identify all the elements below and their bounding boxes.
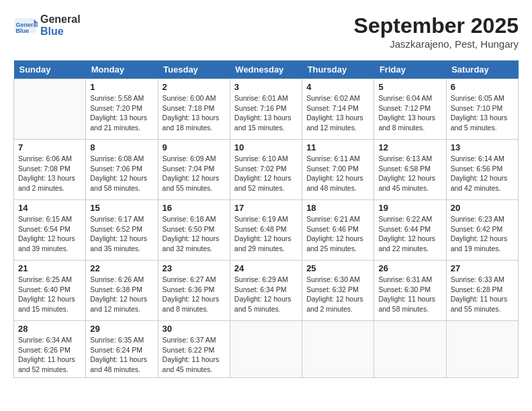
day-number: 7 [18,142,81,152]
calendar-cell: 15Sunrise: 6:17 AM Sunset: 6:52 PM Dayli… [86,200,158,261]
day-number: 1 [90,82,153,92]
calendar-cell [374,321,446,378]
calendar-cell: 7Sunrise: 6:06 AM Sunset: 7:08 PM Daylig… [14,140,86,200]
day-info: Sunrise: 6:15 AM Sunset: 6:54 PM Dayligh… [18,214,81,254]
day-number: 28 [18,324,81,334]
weekday-header: Saturday [446,60,518,79]
weekday-header: Monday [86,60,158,79]
day-number: 26 [378,263,441,273]
day-number: 4 [306,82,369,92]
title-block: September 2025 Jaszkarajeno, Pest, Hunga… [354,13,519,50]
weekday-header: Friday [374,60,446,79]
day-number: 24 [234,263,298,273]
day-number: 10 [234,142,298,152]
day-number: 5 [378,82,441,92]
calendar-cell: 25Sunrise: 6:30 AM Sunset: 6:32 PM Dayli… [302,261,374,321]
day-info: Sunrise: 6:01 AM Sunset: 7:16 PM Dayligh… [234,93,298,133]
day-info: Sunrise: 6:25 AM Sunset: 6:40 PM Dayligh… [18,275,81,314]
day-number: 21 [18,263,81,273]
calendar-cell: 24Sunrise: 6:29 AM Sunset: 6:34 PM Dayli… [230,261,302,321]
day-info: Sunrise: 6:14 AM Sunset: 6:56 PM Dayligh… [451,154,514,193]
day-info: Sunrise: 6:00 AM Sunset: 7:18 PM Dayligh… [163,93,226,133]
day-info: Sunrise: 6:35 AM Sunset: 6:24 PM Dayligh… [90,335,153,375]
calendar-cell: 28Sunrise: 6:34 AM Sunset: 6:26 PM Dayli… [14,321,86,378]
calendar-cell: 20Sunrise: 6:23 AM Sunset: 6:42 PM Dayli… [446,200,518,261]
calendar-cell: 18Sunrise: 6:21 AM Sunset: 6:46 PM Dayli… [302,200,374,261]
day-number: 15 [90,203,153,213]
calendar-cell: 2Sunrise: 6:00 AM Sunset: 7:18 PM Daylig… [158,79,230,140]
day-info: Sunrise: 6:27 AM Sunset: 6:36 PM Dayligh… [163,275,226,314]
calendar-cell: 29Sunrise: 6:35 AM Sunset: 6:24 PM Dayli… [86,321,158,378]
page-header: General Blue General Blue September 2025… [13,13,519,50]
day-info: Sunrise: 6:19 AM Sunset: 6:48 PM Dayligh… [234,214,298,254]
day-info: Sunrise: 6:13 AM Sunset: 6:58 PM Dayligh… [378,154,441,193]
day-info: Sunrise: 6:08 AM Sunset: 7:06 PM Dayligh… [90,154,153,193]
calendar-cell: 19Sunrise: 6:22 AM Sunset: 6:44 PM Dayli… [374,200,446,261]
day-number: 29 [90,324,153,334]
calendar-week-row: 1Sunrise: 5:58 AM Sunset: 7:20 PM Daylig… [14,79,519,140]
day-number: 16 [163,203,226,213]
calendar-cell: 17Sunrise: 6:19 AM Sunset: 6:48 PM Dayli… [230,200,302,261]
day-info: Sunrise: 6:02 AM Sunset: 7:14 PM Dayligh… [306,93,369,133]
day-number: 14 [18,203,81,213]
day-info: Sunrise: 6:10 AM Sunset: 7:02 PM Dayligh… [234,154,298,193]
day-number: 9 [163,142,226,152]
day-number: 25 [306,263,369,273]
calendar-cell: 16Sunrise: 6:18 AM Sunset: 6:50 PM Dayli… [158,200,230,261]
calendar-cell: 26Sunrise: 6:31 AM Sunset: 6:30 PM Dayli… [374,261,446,321]
day-info: Sunrise: 6:37 AM Sunset: 6:22 PM Dayligh… [163,335,226,375]
weekday-header: Tuesday [158,60,230,79]
day-info: Sunrise: 6:05 AM Sunset: 7:10 PM Dayligh… [451,93,514,133]
svg-text:Blue: Blue [16,28,30,34]
logo-line1: General [40,13,81,26]
day-number: 17 [234,203,298,213]
calendar-cell: 12Sunrise: 6:13 AM Sunset: 6:58 PM Dayli… [374,140,446,200]
day-number: 6 [451,82,514,92]
day-info: Sunrise: 6:21 AM Sunset: 6:46 PM Dayligh… [306,214,369,254]
calendar-cell [230,321,302,378]
day-info: Sunrise: 6:22 AM Sunset: 6:44 PM Dayligh… [378,214,441,254]
calendar-cell: 3Sunrise: 6:01 AM Sunset: 7:16 PM Daylig… [230,79,302,140]
calendar-week-row: 14Sunrise: 6:15 AM Sunset: 6:54 PM Dayli… [14,200,519,261]
day-info: Sunrise: 6:34 AM Sunset: 6:26 PM Dayligh… [18,335,81,375]
calendar-cell [302,321,374,378]
day-number: 30 [163,324,226,334]
day-info: Sunrise: 6:33 AM Sunset: 6:28 PM Dayligh… [451,275,514,314]
calendar-cell: 23Sunrise: 6:27 AM Sunset: 6:36 PM Dayli… [158,261,230,321]
day-info: Sunrise: 6:29 AM Sunset: 6:34 PM Dayligh… [234,275,298,314]
calendar-cell: 14Sunrise: 6:15 AM Sunset: 6:54 PM Dayli… [14,200,86,261]
calendar-week-row: 28Sunrise: 6:34 AM Sunset: 6:26 PM Dayli… [14,321,519,378]
day-info: Sunrise: 6:30 AM Sunset: 6:32 PM Dayligh… [306,275,369,314]
calendar-cell: 22Sunrise: 6:26 AM Sunset: 6:38 PM Dayli… [86,261,158,321]
calendar-cell [14,79,86,140]
calendar-cell: 10Sunrise: 6:10 AM Sunset: 7:02 PM Dayli… [230,140,302,200]
day-info: Sunrise: 6:04 AM Sunset: 7:12 PM Dayligh… [378,93,441,133]
day-number: 18 [306,203,369,213]
day-info: Sunrise: 6:17 AM Sunset: 6:52 PM Dayligh… [90,214,153,254]
month-title: September 2025 [354,13,519,38]
calendar-cell: 13Sunrise: 6:14 AM Sunset: 6:56 PM Dayli… [446,140,518,200]
calendar-cell: 30Sunrise: 6:37 AM Sunset: 6:22 PM Dayli… [158,321,230,378]
day-number: 27 [451,263,514,273]
day-number: 12 [378,142,441,152]
day-info: Sunrise: 6:11 AM Sunset: 7:00 PM Dayligh… [306,154,369,193]
calendar-cell: 8Sunrise: 6:08 AM Sunset: 7:06 PM Daylig… [86,140,158,200]
calendar-cell: 5Sunrise: 6:04 AM Sunset: 7:12 PM Daylig… [374,79,446,140]
day-number: 11 [306,142,369,152]
calendar-cell [446,321,518,378]
weekday-header-row: SundayMondayTuesdayWednesdayThursdayFrid… [14,60,519,79]
day-number: 13 [451,142,514,152]
day-info: Sunrise: 6:06 AM Sunset: 7:08 PM Dayligh… [18,154,81,193]
location: Jaszkarajeno, Pest, Hungary [354,38,519,50]
calendar-cell: 6Sunrise: 6:05 AM Sunset: 7:10 PM Daylig… [446,79,518,140]
day-number: 3 [234,82,298,92]
day-info: Sunrise: 6:18 AM Sunset: 6:50 PM Dayligh… [163,214,226,254]
calendar-cell: 11Sunrise: 6:11 AM Sunset: 7:00 PM Dayli… [302,140,374,200]
day-number: 2 [163,82,226,92]
day-info: Sunrise: 6:23 AM Sunset: 6:42 PM Dayligh… [451,214,514,254]
day-number: 22 [90,263,153,273]
logo-line2: Blue [40,26,81,38]
calendar-week-row: 7Sunrise: 6:06 AM Sunset: 7:08 PM Daylig… [14,140,519,200]
calendar-cell: 4Sunrise: 6:02 AM Sunset: 7:14 PM Daylig… [302,79,374,140]
logo-icon: General Blue [13,13,38,38]
